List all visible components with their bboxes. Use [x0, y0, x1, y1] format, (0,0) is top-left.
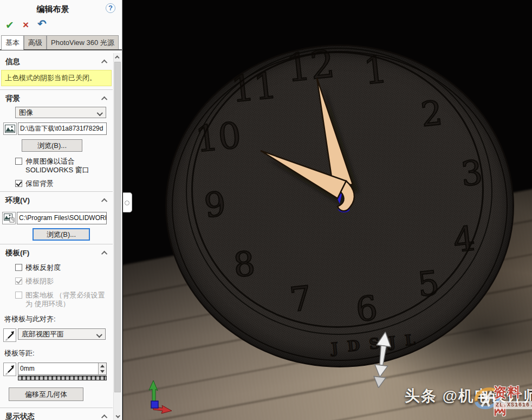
stretch-image-checkbox-row[interactable]: 伸展图像以适合 SOLIDWORKS 窗口	[15, 157, 113, 174]
stretch-image-checkbox[interactable]	[15, 158, 22, 165]
panel-header: 编辑布景 ?	[0, 0, 122, 16]
floor-shadow-label: 楼板阴影	[25, 277, 54, 286]
background-browse-button[interactable]: 浏览(B)...	[22, 139, 82, 152]
undo-icon[interactable]: ↶	[37, 17, 47, 30]
background-image-path-input[interactable]: D:\迅雷下载\t01a8731f7829d	[18, 122, 107, 135]
section-environment-header[interactable]: 环境(V)	[0, 192, 113, 208]
chevron-down-icon	[96, 332, 102, 338]
background-type-select[interactable]: 图像	[15, 107, 106, 118]
tab-photoview-lights[interactable]: PhotoView 360 光源	[47, 35, 119, 49]
floor-offset-value[interactable]: 0mm	[18, 363, 98, 374]
ok-icon[interactable]: ✔	[5, 19, 14, 31]
clock-hands[interactable]	[165, 44, 514, 367]
section-info-title: 信息	[5, 57, 20, 67]
page-title: 编辑布景	[0, 4, 106, 15]
chevron-down-icon	[97, 110, 103, 116]
environment-path-input[interactable]: C:\Program Files\SOLIDWORK	[17, 212, 107, 224]
section-background-header[interactable]: 背景	[0, 90, 113, 106]
chevron-up-icon	[101, 251, 107, 257]
floor-shadow-row: 楼板阴影	[15, 277, 113, 286]
panel-scrollbar[interactable]	[113, 53, 121, 420]
cancel-icon[interactable]: ×	[23, 19, 29, 31]
floor-align-label: 将楼板与此对齐:	[4, 314, 113, 324]
chevron-up-icon	[115, 55, 119, 60]
chevron-down-icon	[115, 413, 120, 418]
keep-background-label: 保留背景	[25, 179, 54, 188]
section-background-title: 背景	[5, 94, 20, 104]
section-display-state-header[interactable]: 显示状态	[0, 408, 113, 420]
tab-advanced[interactable]: 高级	[24, 35, 47, 49]
tab-basic[interactable]: 基本	[1, 35, 24, 50]
section-floor-title: 楼板(F)	[5, 248, 29, 258]
offset-thumbwheel[interactable]	[18, 376, 107, 380]
floor-shadow-checkbox	[15, 277, 22, 285]
spinner-up-button[interactable]	[99, 363, 106, 369]
section-floor-header[interactable]: 楼板(F)	[0, 244, 113, 260]
property-manager-panel: 编辑布景 ? ✔ × ↶ 基本 高级 PhotoView 360 光源 信息 上…	[0, 0, 122, 420]
floor-align-row: 底部视图平面	[3, 328, 113, 342]
floor-offset-label: 楼板等距:	[4, 348, 113, 358]
section-info-header[interactable]: 信息	[0, 53, 113, 69]
floor-reflect-label: 楼板反射度	[25, 263, 61, 272]
clock-model[interactable]: 12 1 2 3 4 5 6 7 8 9 10 11 JDSJL	[165, 44, 514, 367]
keep-background-checkbox-row[interactable]: 保留背景	[15, 179, 113, 188]
scrollbar-thumb[interactable]	[114, 62, 121, 392]
floor-align-select[interactable]: 底部视图平面	[18, 328, 106, 340]
keep-background-checkbox[interactable]	[15, 180, 22, 187]
watermark-logo: 资料网 ZL.XS1616.COM	[473, 371, 532, 418]
scrollbar-down-button[interactable]	[114, 412, 121, 420]
floor-reflect-row[interactable]: 楼板反射度	[15, 263, 113, 272]
floor-pattern-label: 图案地板 （背景必须设置为 使用环境）	[25, 291, 108, 308]
floor-offset-spinbox[interactable]: 0mm	[18, 363, 107, 375]
floor-pattern-checkbox	[15, 292, 22, 299]
graphics-viewport[interactable]: 12 1 2 3 4 5 6 7 8 9 10 11 JDSJL	[123, 0, 532, 420]
section-display-state-title: 显示状态	[5, 412, 35, 420]
z-axis-cube	[151, 401, 158, 408]
tab-bar: 基本 高级 PhotoView 360 光源	[0, 35, 122, 50]
chevron-up-icon	[101, 60, 107, 66]
solidworks-window: 编辑布景 ? ✔ × ↶ 基本 高级 PhotoView 360 光源 信息 上…	[0, 0, 532, 420]
panel-flyout-handle[interactable]	[123, 192, 132, 212]
chevron-up-icon	[101, 198, 107, 204]
info-message: 上色模式的阴影当前已关闭。	[1, 70, 112, 86]
image-icon	[3, 122, 17, 135]
panel-scroll-area: 信息 上色模式的阴影当前已关闭。 背景 图像 D:\迅雷下载\t01a8731f…	[0, 53, 113, 420]
chevron-up-icon	[101, 96, 107, 102]
floor-offset-row: 0mm	[3, 363, 113, 380]
environment-file-icon	[2, 212, 16, 224]
orientation-triad	[137, 373, 175, 416]
triangle-up-icon	[100, 365, 105, 367]
background-type-value: 图像	[19, 108, 33, 118]
chevron-up-icon	[101, 415, 107, 420]
spinner-buttons	[98, 363, 106, 374]
floor-align-value: 底部视图平面	[22, 329, 64, 339]
background-image-row: D:\迅雷下载\t01a8731f7829d	[3, 122, 113, 135]
floor-pattern-row: 图案地板 （背景必须设置为 使用环境）	[15, 291, 113, 308]
minute-hand[interactable]	[317, 78, 353, 188]
scrollbar-up-button[interactable]	[114, 53, 121, 61]
direction-arrow-icon	[3, 328, 16, 342]
logo-url-text: ZL.XS1616.COM	[494, 401, 532, 409]
stretch-image-label: 伸展图像以适合 SOLIDWORKS 窗口	[25, 157, 101, 174]
panel-actions: ✔ × ↶	[0, 16, 122, 33]
offset-to-geometry-button[interactable]: 偏移至几何体	[9, 387, 83, 401]
floor-reflect-checkbox[interactable]	[15, 264, 22, 271]
help-icon[interactable]: ?	[106, 3, 115, 13]
triangle-down-icon	[100, 370, 105, 373]
direction-arrow-icon	[3, 363, 16, 376]
section-environment-title: 环境(V)	[5, 196, 30, 205]
environment-path-row: C:\Program Files\SOLIDWORK	[2, 212, 113, 224]
spinner-down-button[interactable]	[99, 369, 106, 375]
floor-offset-control: 0mm	[18, 363, 107, 380]
environment-browse-button[interactable]: 浏览(B)...	[33, 228, 90, 241]
